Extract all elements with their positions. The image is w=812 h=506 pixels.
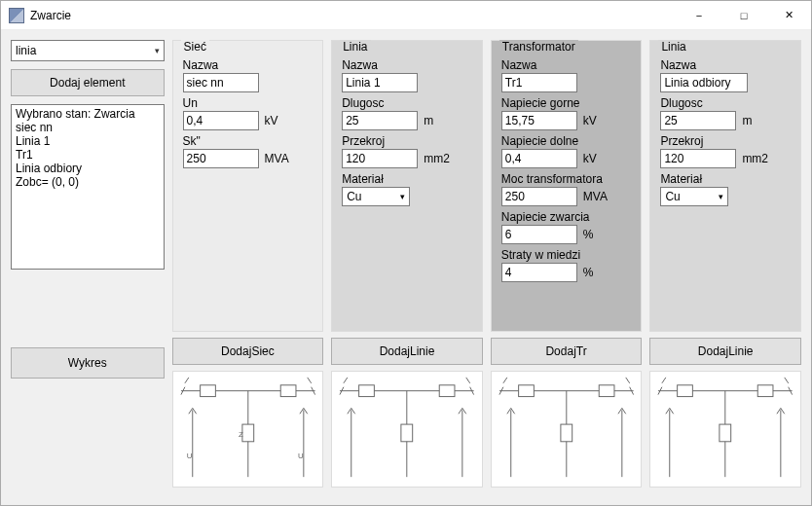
- diagram-tr: [491, 371, 643, 488]
- unit-kv: kV: [583, 114, 597, 127]
- diagram-siec: U U Z: [172, 371, 324, 488]
- input-siec-un[interactable]: [183, 111, 259, 130]
- unit-mva: MVA: [265, 152, 289, 165]
- input-tr-nazwa[interactable]: [501, 73, 577, 92]
- input-siec-nazwa[interactable]: [183, 73, 259, 92]
- unit-mva: MVA: [583, 190, 608, 203]
- wykres-button[interactable]: Wykres: [11, 347, 165, 379]
- svg-rect-11: [359, 385, 375, 397]
- svg-rect-19: [599, 385, 614, 397]
- client-area: linia ▾ Dodaj element Wybrano stan: Zwar…: [1, 30, 811, 505]
- element-type-combo[interactable]: linia ▾: [11, 40, 165, 61]
- label-straty: Straty w miedzi: [501, 248, 632, 262]
- groupbox-title: Transformator: [499, 40, 578, 54]
- input-tr-sw[interactable]: [501, 263, 577, 282]
- label-material: Materiał: [660, 172, 791, 186]
- panel-siec: Sieć Nazwa Un kV Sk" MVA: [172, 40, 324, 495]
- status-listbox[interactable]: Wybrano stan: Zwarcia siec nn Linia 1 Tr…: [11, 104, 165, 270]
- groupbox-title: Linia: [658, 40, 688, 54]
- svg-rect-12: [439, 385, 455, 397]
- chevron-down-icon: ▾: [400, 192, 405, 201]
- svg-rect-26: [758, 385, 774, 397]
- label-napiecie-dolne: Napiecie dolne: [501, 134, 632, 148]
- input-siec-sk[interactable]: [183, 149, 259, 168]
- dodaj-siec-button[interactable]: DodajSiec: [172, 338, 324, 365]
- window-title: Zwarcie: [30, 9, 677, 22]
- dodaj-linie-button[interactable]: DodajLinie: [331, 338, 483, 365]
- input-tr-ng[interactable]: [501, 111, 577, 130]
- input-linia2-przekroj[interactable]: [660, 149, 736, 168]
- minimize-button[interactable]: −: [677, 1, 721, 29]
- svg-rect-14: [401, 424, 413, 442]
- chevron-down-icon: ▾: [719, 192, 723, 201]
- label-dlugosc: Dlugosc: [660, 96, 791, 110]
- input-tr-nd[interactable]: [501, 149, 577, 168]
- input-linia2-dlugosc[interactable]: [660, 111, 736, 130]
- unit-m: m: [424, 114, 433, 127]
- diagram-linia1: [331, 371, 483, 488]
- label-sk: Sk": [183, 134, 314, 148]
- unit-percent: %: [583, 266, 594, 279]
- groupbox-linia2: Linia Nazwa Dlugosc m Przekroj: [649, 40, 801, 332]
- unit-percent: %: [583, 228, 594, 241]
- input-linia1-przekroj[interactable]: [342, 149, 418, 168]
- diagram-linia2: [649, 371, 801, 488]
- input-tr-nz[interactable]: [501, 225, 577, 244]
- select-linia1-material[interactable]: Cu ▾: [342, 187, 410, 206]
- svg-text:Z: Z: [239, 430, 243, 439]
- close-button[interactable]: ✕: [766, 1, 811, 29]
- panel-linia1: Linia Nazwa Dlugosc m Przekroj: [331, 40, 483, 495]
- label-nazwa: Nazwa: [660, 58, 791, 72]
- maximize-button[interactable]: □: [721, 1, 766, 29]
- combo-value: linia: [16, 44, 36, 57]
- panel-transformator: Transformator Nazwa Napiecie gorne kV Na…: [491, 40, 643, 495]
- label-un: Un: [183, 96, 314, 110]
- label-napiecie-gorne: Napiecie gorne: [501, 96, 632, 110]
- svg-text:U: U: [298, 452, 304, 460]
- groupbox-transformator: Transformator Nazwa Napiecie gorne kV Na…: [491, 40, 643, 332]
- label-przekroj: Przekroj: [660, 134, 791, 148]
- label-material: Materiał: [342, 172, 472, 186]
- svg-rect-25: [678, 385, 693, 397]
- input-linia2-nazwa[interactable]: [660, 73, 748, 92]
- svg-rect-2: [280, 385, 296, 397]
- input-linia1-dlugosc[interactable]: [342, 111, 418, 130]
- svg-rect-4: [241, 424, 253, 442]
- unit-mm2: mm2: [424, 152, 450, 165]
- unit-kv: kV: [265, 114, 278, 127]
- groupbox-siec: Sieć Nazwa Un kV Sk" MVA: [172, 40, 324, 332]
- svg-text:U: U: [186, 452, 192, 460]
- select-linia2-material[interactable]: Cu ▾: [660, 187, 728, 206]
- window-buttons: − □ ✕: [677, 1, 811, 29]
- label-nazwa: Nazwa: [342, 58, 472, 72]
- dodaj-tr-button[interactable]: DodajTr: [491, 338, 643, 365]
- label-nazwa: Nazwa: [501, 58, 632, 72]
- add-element-button[interactable]: Dodaj element: [11, 69, 165, 96]
- groupbox-title: Sieć: [181, 40, 209, 54]
- groupbox-linia1: Linia Nazwa Dlugosc m Przekroj: [331, 40, 483, 332]
- svg-rect-28: [720, 424, 731, 442]
- app-icon: [9, 8, 24, 23]
- svg-rect-18: [518, 385, 534, 397]
- left-column: linia ▾ Dodaj element Wybrano stan: Zwar…: [11, 40, 165, 495]
- panel-linia2: Linia Nazwa Dlugosc m Przekroj: [649, 40, 801, 495]
- label-nazwa: Nazwa: [183, 58, 314, 72]
- chevron-down-icon: ▾: [155, 46, 160, 55]
- label-moc: Moc transformatora: [501, 172, 632, 186]
- unit-m: m: [742, 114, 752, 127]
- input-linia1-nazwa[interactable]: [342, 73, 418, 92]
- groupbox-title: Linia: [340, 40, 370, 54]
- label-przekroj: Przekroj: [342, 134, 472, 148]
- unit-kv: kV: [583, 152, 597, 165]
- app-window: Zwarcie − □ ✕ linia ▾ Dodaj element Wybr…: [0, 0, 812, 506]
- svg-rect-21: [561, 424, 572, 442]
- input-tr-moc[interactable]: [501, 187, 577, 206]
- titlebar: Zwarcie − □ ✕: [1, 1, 811, 30]
- svg-rect-1: [200, 385, 215, 397]
- label-napiecie-zwarcia: Napiecie zwarcia: [501, 210, 632, 224]
- label-dlugosc: Dlugosc: [342, 96, 472, 110]
- unit-mm2: mm2: [742, 152, 768, 165]
- dodaj-linie2-button[interactable]: DodajLinie: [649, 338, 801, 365]
